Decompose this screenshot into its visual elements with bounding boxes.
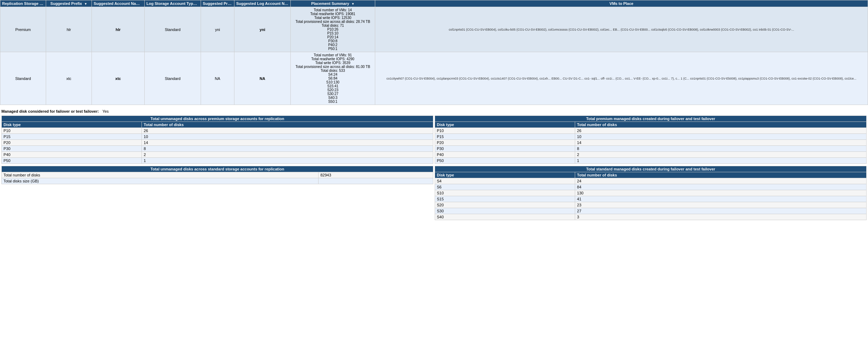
table-row: P308 (435, 146, 867, 152)
cell-disk-count: 3 (575, 214, 867, 220)
cell-value (319, 178, 433, 184)
cell-label: Total disks size (GB) (2, 178, 319, 184)
cell-disk-type: P20 (2, 140, 142, 146)
standard-managed-header: Total standard managed disks created dur… (435, 166, 867, 172)
cell-disk-count: 10 (142, 134, 433, 140)
table-row: P501 (2, 158, 433, 164)
cell-disk-count: 27 (575, 208, 867, 214)
standard-unmanaged-wrapper: Total unmanaged disks across standard st… (1, 166, 433, 220)
cell-disk-type: P50 (435, 158, 575, 164)
cell-disk-type: S20 (435, 202, 575, 208)
table-row: Standard xtc xtc Standard NA NA Total nu… (0, 52, 868, 105)
col-log-account-name[interactable]: Suggested Log Account Name ▼ (234, 0, 291, 7)
cell-disk-count: 41 (575, 196, 867, 202)
cell-disk-type: P15 (2, 134, 142, 140)
cell-placement: Total number of VMs: 14 Total read/write… (291, 7, 375, 52)
table-row: S2023 (435, 202, 867, 208)
cell-log-type: Standard (145, 7, 201, 52)
table-row: P308 (2, 146, 433, 152)
table-row: Total number of disks82943 (2, 172, 433, 178)
cell-log-prefix: yni (201, 7, 234, 52)
cell-disk-type: S10 (435, 190, 575, 196)
cell-disk-count: 26 (575, 128, 867, 134)
col-placement-summary[interactable]: Placement Summary ▼ (291, 0, 375, 7)
cell-disk-type: P15 (435, 134, 575, 140)
managed-disk-label: Managed disk considered for failover or … (1, 109, 99, 113)
table-row: S684 (435, 184, 867, 190)
cell-vms: co1citywh07 (CO1-CU-SV-EB004), co1planpc… (375, 52, 868, 105)
cell-prefix: xtc (46, 52, 92, 105)
table-row: P1026 (2, 128, 433, 134)
standard-managed-wrapper: Total standard managed disks created dur… (435, 166, 867, 220)
col-vms-to-place[interactable]: VMs to Place (375, 0, 868, 7)
premium-unmanaged-wrapper: Total unmanaged disks across premium sto… (1, 116, 433, 164)
table-row: P2014 (2, 140, 433, 146)
main-table: Replication Storage Type ▼ Suggested Pre… (0, 0, 868, 105)
cell-disk-count: 1 (575, 158, 867, 164)
cell-log-account-name: yni (234, 7, 291, 52)
col-suggested-account-name[interactable]: Suggested Account Name ▼ (92, 0, 145, 7)
standard-section: Total unmanaged disks across standard st… (1, 166, 867, 220)
table-header: Replication Storage Type ▼ Suggested Pre… (0, 0, 868, 7)
cell-disk-count: 8 (575, 146, 867, 152)
standard-managed-col1: Disk type (435, 172, 575, 178)
cell-vms: col1nprts01 (CO1-CU-SV-EB004), col1ciku-… (375, 7, 868, 52)
cell-disk-type: P20 (435, 140, 575, 146)
table-row: S424 (435, 178, 867, 184)
cell-disk-type: P40 (2, 152, 142, 158)
table-row: P1510 (2, 134, 433, 140)
premium-managed-col1: Disk type (435, 122, 575, 128)
cell-account-name: hlr (92, 7, 145, 52)
premium-managed-wrapper: Total premium managed disks created duri… (435, 116, 867, 164)
premium-unmanaged-table: Total unmanaged disks across premium sto… (1, 116, 433, 164)
col-replication-type[interactable]: Replication Storage Type ▼ (0, 0, 46, 7)
cell-disk-type: P30 (2, 146, 142, 152)
premium-unmanaged-col1: Disk type (2, 122, 142, 128)
table-row: P501 (435, 158, 867, 164)
cell-disk-type: P50 (2, 158, 142, 164)
filter-icon-4[interactable]: ▼ (197, 2, 201, 6)
cell-disk-type: P40 (435, 152, 575, 158)
cell-disk-count: 23 (575, 202, 867, 208)
filter-icon-2[interactable]: ▼ (84, 2, 87, 6)
table-row: P1510 (435, 134, 867, 140)
filter-icon-7[interactable]: ▼ (351, 2, 354, 6)
cell-disk-count: 84 (575, 184, 867, 190)
cell-disk-type: P10 (2, 128, 142, 134)
table-row: Premium hlr hlr Standard yni yni Total n… (0, 7, 868, 52)
col-log-storage-type[interactable]: Log Storage Account Type ▼ (145, 0, 201, 7)
bottom-section: Managed disk considered for failover or … (0, 108, 868, 222)
cell-disk-type: P30 (435, 146, 575, 152)
cell-value: 82943 (319, 172, 433, 178)
standard-tables-container: Total unmanaged disks across standard st… (1, 166, 867, 220)
cell-placement: Total number of VMs: 91 Total read/write… (291, 52, 375, 105)
cell-disk-type: S30 (435, 208, 575, 214)
cell-disk-count: 24 (575, 178, 867, 184)
standard-unmanaged-header: Total unmanaged disks across standard st… (2, 166, 433, 172)
cell-disk-count: 14 (142, 140, 433, 146)
tables-container: Total unmanaged disks across premium sto… (1, 116, 867, 164)
col-log-prefix[interactable]: Suggested Prefix ▼ (201, 0, 234, 7)
col-suggested-prefix[interactable]: Suggested Prefix ▼ (46, 0, 92, 7)
table-row: P402 (2, 152, 433, 158)
cell-prefix: hlr (46, 7, 92, 52)
managed-disk-row: Managed disk considered for failover or … (1, 109, 867, 113)
cell-disk-count: 8 (142, 146, 433, 152)
cell-disk-type: S15 (435, 196, 575, 202)
cell-account-name: xtc (92, 52, 145, 105)
cell-disk-count: 14 (575, 140, 867, 146)
table-row: Total disks size (GB) (2, 178, 433, 184)
table-row: P402 (435, 152, 867, 158)
table-row: S403 (435, 214, 867, 220)
cell-type: Premium (0, 7, 46, 52)
cell-log-prefix: NA (201, 52, 234, 105)
managed-disk-value: Yes (102, 109, 109, 113)
cell-disk-count: 10 (575, 134, 867, 140)
cell-disk-count: 2 (142, 152, 433, 158)
cell-disk-count: 26 (142, 128, 433, 134)
cell-log-account-name: NA (234, 52, 291, 105)
premium-managed-col2: Total number of disks (575, 122, 867, 128)
cell-disk-type: S4 (435, 178, 575, 184)
cell-disk-count: 1 (142, 158, 433, 164)
cell-log-type: Standard (145, 52, 201, 105)
